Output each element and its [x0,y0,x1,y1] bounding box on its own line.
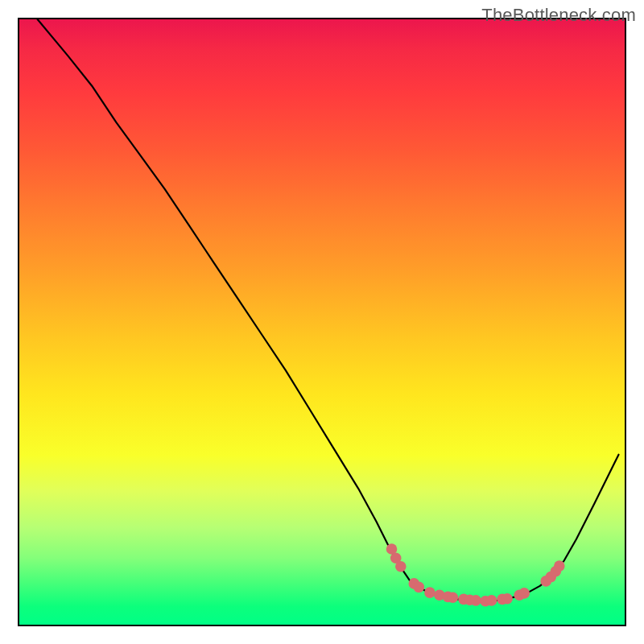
marker-dot [486,595,497,606]
marker-dot [518,588,530,599]
marker-dot [424,587,436,598]
marker-dot [448,592,459,603]
marker-layer [19,19,625,625]
marker-dot [502,593,513,605]
watermark-label: TheBottleneck.com [481,5,636,26]
chart-container: TheBottleneck.com [0,0,644,644]
marker-dot [414,582,425,593]
marker-dot [395,561,407,572]
plot-area [18,18,626,626]
marker-dot [554,560,565,572]
marker-dot [470,595,481,606]
